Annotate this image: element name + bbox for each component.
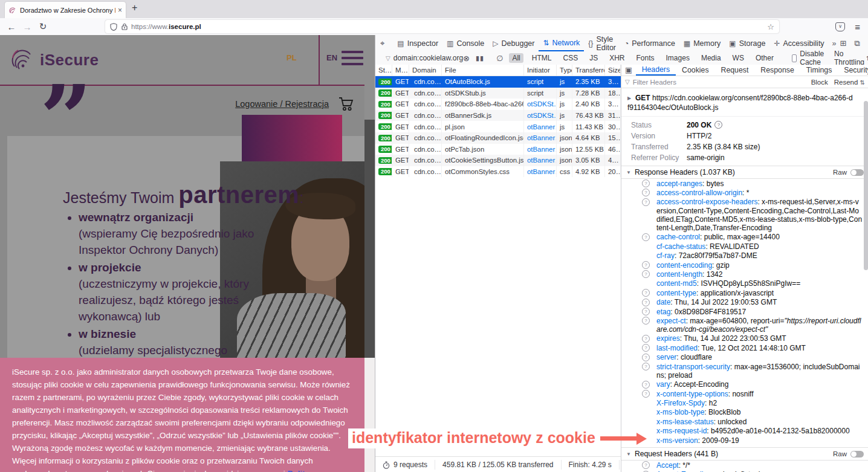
help-icon[interactable]: ? <box>642 317 650 325</box>
column-header-file[interactable]: File <box>442 65 524 76</box>
lang-en-button[interactable]: EN <box>326 53 337 62</box>
network-request-row[interactable]: 200 GET cdn.co… otSDKStub.js script js 7… <box>375 88 621 99</box>
header-row[interactable]: ? accept-ranges: bytes <box>621 179 868 188</box>
type-filter-ws[interactable]: WS <box>730 53 747 63</box>
help-icon[interactable]: ? <box>642 189 650 196</box>
resend-button[interactable]: Resend ⇅ <box>834 79 865 86</box>
type-filter-html[interactable]: HTML <box>529 53 555 63</box>
header-row[interactable]: ? cache-control: public, max-age=14400 <box>621 233 868 242</box>
network-request-row[interactable]: 200 GET cdn.co… otCommonStyles.css otBan… <box>375 166 621 178</box>
help-icon[interactable]: ? <box>642 390 650 398</box>
devtools-tab-accessibility[interactable]: ✛Accessibility <box>769 35 828 51</box>
help-icon[interactable]: ? <box>642 308 650 315</box>
detail-tab-timings[interactable]: Timings <box>800 65 838 76</box>
new-tab-button[interactable]: + <box>132 2 137 13</box>
type-filter-images[interactable]: Images <box>663 53 693 63</box>
network-table-header[interactable]: St…M…DomainFileInitiatorTypeTransferredS… <box>375 65 621 76</box>
block-button[interactable]: Block <box>811 79 828 86</box>
header-row[interactable]: ? access-control-allow-origin: * <box>621 188 868 197</box>
login-register-link[interactable]: Logowanie / Rejestracja <box>235 99 329 109</box>
more-tabs-icon[interactable]: » <box>829 39 840 48</box>
detail-scrollbar-thumb[interactable] <box>864 101 868 270</box>
column-header-type[interactable]: Type <box>557 65 572 76</box>
response-headers-section[interactable]: ▼ Response Headers (1.037 KB) Raw <box>621 166 868 179</box>
block-requests-icon[interactable]: ∅ <box>496 54 503 63</box>
header-row[interactable]: ? x-ms-version: 2009-09-19 <box>621 436 868 445</box>
header-row[interactable]: ? vary: Accept-Encoding <box>621 380 868 389</box>
header-row[interactable]: ? date: Thu, 14 Jul 2022 19:00:53 GMT <box>621 298 868 307</box>
devtools-tab-storage[interactable]: ▣Storage <box>725 35 769 51</box>
status-info-icon[interactable]: ? <box>714 121 722 129</box>
back-button[interactable]: ← <box>4 22 19 32</box>
help-icon[interactable]: ? <box>642 270 650 278</box>
header-row[interactable]: ? last-modified: Tue, 12 Oct 2021 14:48:… <box>621 343 868 352</box>
pick-element-icon[interactable]: ⌖ <box>375 39 389 48</box>
help-icon[interactable]: ? <box>642 363 650 370</box>
detail-tab-request[interactable]: Request <box>715 65 755 76</box>
network-request-row[interactable]: 200 GET cdn.co… pl.json otBanner… js 11.… <box>375 121 621 132</box>
devtools-tab-console[interactable]: ▥Console <box>442 35 488 51</box>
network-request-row[interactable]: 200 GET cdn.co… otPcTab.json otBanner… j… <box>375 144 621 155</box>
help-icon[interactable]: ? <box>642 179 650 187</box>
forward-button[interactable]: → <box>19 22 35 32</box>
column-header-st[interactable]: St… <box>375 65 392 76</box>
column-header-transferred[interactable]: Transferred <box>572 65 605 76</box>
detail-tab-headers[interactable]: Headers <box>636 65 676 76</box>
site-menu-icon[interactable] <box>342 51 363 69</box>
devtools-tab-style-editor[interactable]: {}Style Editor <box>584 35 620 51</box>
raw-toggle[interactable] <box>850 169 864 176</box>
network-request-row[interactable]: 200 GET cdn.co… f2890bc8-88eb-4bac-a266-… <box>375 99 621 110</box>
network-request-row[interactable]: 200 GET cdn.co… otCookieSettingsButton.j… <box>375 155 621 166</box>
help-icon[interactable]: ? <box>642 344 650 352</box>
detail-tab-cookies[interactable]: Cookies <box>676 65 714 76</box>
header-row[interactable]: ? content-length: 1342 <box>621 270 868 279</box>
cart-icon[interactable] <box>338 97 354 111</box>
expand-triangle-icon[interactable]: ▶ <box>627 94 631 103</box>
header-row[interactable]: ? content-type: application/x-javascript <box>621 288 868 297</box>
header-row[interactable]: ? x-ms-blob-type: BlockBlob <box>621 408 868 417</box>
site-scrollbar-mid[interactable] <box>364 120 375 358</box>
header-row[interactable]: ? expect-ct: max-age=604800, report-uri=… <box>621 316 868 334</box>
type-filter-css[interactable]: CSS <box>560 53 581 63</box>
url-bar[interactable]: https://www.isecure.pl ☆ <box>105 20 779 33</box>
header-row[interactable]: ? x-content-type-options: nosniff <box>621 389 868 398</box>
header-row[interactable]: ? content-md5: ISVHQDp8yLpS5h8SniPgIw== <box>621 279 868 288</box>
throttling-select[interactable]: No Throttling ⇅ <box>834 50 868 66</box>
help-icon[interactable]: ? <box>642 461 650 469</box>
disable-cache-checkbox[interactable] <box>792 54 797 62</box>
devtools-tab-debugger[interactable]: ▷Debugger <box>488 35 539 51</box>
help-icon[interactable]: ? <box>642 354 650 361</box>
devtools-tab-performance[interactable]: ◔Performance <box>620 35 679 51</box>
request-headers-section[interactable]: ▼ Request Headers (441 B) Raw <box>621 447 868 461</box>
separate-window-icon[interactable]: ⧉ <box>854 39 860 48</box>
help-icon[interactable]: ? <box>642 261 650 269</box>
panel-toggle-icon[interactable]: ▣ <box>621 65 636 76</box>
type-filter-all[interactable]: All <box>509 53 523 63</box>
header-row[interactable]: ? etag: 0x8D98D8F4F819517 <box>621 307 868 316</box>
detail-tab-security[interactable]: Security <box>838 65 868 76</box>
header-row[interactable]: ? access-control-expose-headers: x-ms-re… <box>621 198 868 233</box>
split-console-icon[interactable]: ⊞ <box>840 39 847 48</box>
header-row[interactable]: ? content-encoding: gzip <box>621 260 868 270</box>
request-filter-input[interactable]: ▽ domain:cookielaw.org <box>383 54 463 62</box>
type-filter-fonts[interactable]: Fonts <box>633 53 658 63</box>
clear-filter-icon[interactable]: ⊗ <box>463 54 470 63</box>
reload-button[interactable]: ↻ <box>35 21 51 32</box>
type-filter-xhr[interactable]: XHR <box>606 53 627 63</box>
detail-tab-response[interactable]: Response <box>754 65 800 76</box>
type-filter-media[interactable]: Media <box>698 53 724 63</box>
header-row[interactable]: ? cf-cache-status: REVALIDATED <box>621 242 868 251</box>
header-row[interactable]: ? expires: Thu, 14 Jul 2022 23:00:53 GMT <box>621 334 868 343</box>
disable-cache-control[interactable]: Disable Cache <box>792 50 827 66</box>
network-request-row[interactable]: 200 GET cdn.co… OtAutoBlock.js script js… <box>375 76 621 88</box>
filter-headers-input[interactable]: Filter Headers <box>633 79 676 86</box>
network-request-row[interactable]: 200 GET cdn.co… otFloatingRoundedIcon.js… <box>375 132 621 144</box>
help-icon[interactable]: ? <box>642 335 650 343</box>
tab-close-icon[interactable]: × <box>118 6 122 15</box>
column-header-m[interactable]: M… <box>392 65 409 76</box>
column-header-size[interactable]: Size <box>605 65 621 76</box>
devtools-tab-inspector[interactable]: ▤Inspector <box>393 35 442 51</box>
browser-tab[interactable]: Doradztwo w Zakresie Ochrony Dany × <box>5 2 126 18</box>
header-row[interactable]: ? Accept: */* <box>621 461 868 470</box>
help-icon[interactable]: ? <box>642 381 650 389</box>
